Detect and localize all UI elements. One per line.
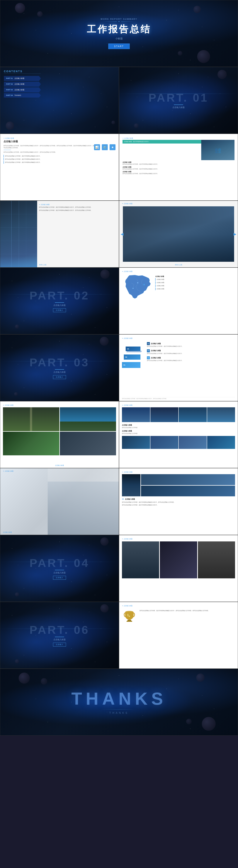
body-text-4a-2: 您可以在这里输入文字内容，该文字内容将会准确进入幻灯片，您可以在这里输入文字内容… <box>3 151 116 153</box>
content-item-1: PART 01 点击输入标题 <box>4 76 41 81</box>
arrow-left-5b[interactable]: ◀ <box>121 232 123 236</box>
green-bg <box>3 432 59 456</box>
item4-text: THANKS <box>14 94 21 96</box>
planet-2 <box>37 11 43 17</box>
text-body-10b-1: 您可以在这里输入文字内容 <box>122 427 235 429</box>
box-label-03: 03 点击输入标题 您可以在这里输入文字内容，该文字内容将会准确进入幻灯片。 <box>147 342 235 347</box>
part06-subtitle: 点击输入标题 <box>30 638 90 641</box>
part04-btn[interactable]: 点击输入 <box>53 576 66 580</box>
text-body-10b-2: 您可以在这里输入文字内容 <box>122 433 235 435</box>
part03-title: PART. 03 <box>30 357 90 368</box>
bottom-label-10a: 点击输入标题 <box>0 464 119 466</box>
box-desc-01: 您可以在这里输入文字内容，该文字内容将会准确进入幻灯片。 <box>147 360 235 362</box>
person-photo-bg <box>0 468 119 535</box>
box-desc-03: 您可以在这里输入文字内容，该文字内容将会准确进入幻灯片。 <box>147 345 235 347</box>
hline1 <box>0 214 37 214</box>
row-3: 点击输入标题 点击输入标题 📊 ⚙️ ★ 您可以在这里输入文字内容，该文字内容将… <box>0 134 238 200</box>
planet-3 <box>197 50 210 63</box>
part04-title: PART. 04 <box>30 557 90 569</box>
box-label-header-03: 03 点击输入标题 <box>147 342 235 345</box>
person-area <box>48 482 119 535</box>
dot-2 <box>137 282 138 283</box>
slide-10b-wind: 点击输入标题 点击输入标题 您可以在这里 <box>119 401 238 468</box>
svg-rect-3 <box>126 621 132 622</box>
orb-p2-2 <box>15 324 19 329</box>
part06-btn[interactable]: 点击输入 <box>53 643 66 647</box>
part03-btn[interactable]: 点击输入 <box>53 375 66 379</box>
contents-label: CONTENTS <box>4 70 41 74</box>
thanks-line <box>100 709 138 710</box>
box-03: 03 <box>126 346 141 352</box>
contents-area: CONTENTS PART 01 点击输入标题 PART 02 点击输入标题 P… <box>4 70 41 98</box>
box-label-header-01: 01 点击输入标题 <box>147 356 235 359</box>
start-button[interactable]: START <box>108 43 129 49</box>
part06-line <box>55 637 64 637</box>
wind-bg-2 <box>150 407 179 422</box>
orb-p3 <box>100 337 109 346</box>
map-item-3: 点击输入标题 <box>155 284 235 287</box>
planet-1 <box>15 3 25 13</box>
building-tall-bg <box>122 474 141 496</box>
item2-text: 点击输入标题 <box>14 83 24 85</box>
part06-title: PART. 06 <box>30 624 90 636</box>
photo-mixed <box>60 432 116 456</box>
click-11b: 点击输入标题 <box>122 471 235 473</box>
dot-3 <box>132 288 133 289</box>
part02-content: PART. 02 点击输入标题 点击输入 <box>30 290 90 312</box>
china-map-container <box>122 274 153 304</box>
ground-bg <box>60 422 116 431</box>
trophy-text-area: 您可以在这里输入文字内容，该文字内容将会准确进入幻灯片，您可以在这里输入文字内容… <box>140 609 235 612</box>
box-02: 02 <box>124 354 141 360</box>
slide-15-trophy: 点击输入标题 <box>119 602 238 669</box>
content-item-3: PART 03 点击输入标题 <box>4 87 41 92</box>
num-box-02: 02 <box>147 349 150 352</box>
map-content: 点击输入标题 点击输入标题 点击输入标题 点击输入标题 点击输入标题 <box>122 274 235 304</box>
part02-subtitle: 点击输入标题 <box>30 304 90 307</box>
slide-6-part02: PART. 02 点击输入标题 点击输入 <box>0 268 119 334</box>
item1-num: PART 01 <box>6 78 13 79</box>
slide5b-top: 点击输入标题 <box>122 203 235 205</box>
photo-wire <box>160 541 197 578</box>
part01-content: PART. 01 点击输入标题 <box>149 92 209 109</box>
slide-3-part01: PART. 01 点击输入标题 <box>119 67 238 134</box>
orb-p6-2 <box>15 659 19 663</box>
slide-13-photos: 点击输入标题 <box>119 535 238 602</box>
click-5b: 点击输入标题 <box>122 203 235 205</box>
part01-title: PART. 01 <box>149 92 209 103</box>
building-photo <box>0 201 37 267</box>
info-3: 您可以在这里输入文字内容，该文字内容将会准确进入幻灯片。 <box>3 161 116 164</box>
slide-14-part06: PART. 06 点击输入标题 点击输入 <box>0 602 119 669</box>
box-label-02: 02 点击输入标题 您可以在这里输入文字内容，该文字内容将会准确进入幻灯片。 <box>147 349 235 355</box>
bottom-text-5a: 未来人之选 <box>39 264 47 266</box>
arrow-right-5b[interactable]: ▶ <box>234 232 236 236</box>
box03-front: 03 <box>126 346 141 351</box>
bottom-note-9: 您可以在这里输入文字内容，该文字内容将会准确进入幻灯片，您可以在这里输入文字内容… <box>122 397 235 400</box>
icon-star: ★ <box>110 144 116 150</box>
wind-bg-4 <box>207 407 235 422</box>
photo-sky <box>60 407 116 431</box>
row-9: PART. 04 点击输入标题 点击输入 点击输入标题 <box>0 535 238 602</box>
planet-5 <box>194 6 201 13</box>
svg-text:★: ★ <box>128 615 130 618</box>
bottom-text-5b: 未来人之选 <box>119 264 238 266</box>
text-item-10b-1: 点击输入标题 您可以在这里输入文字内容 <box>122 424 235 429</box>
photo-green <box>3 432 59 456</box>
photo-glow <box>0 256 37 267</box>
wind-photo-5 <box>122 436 150 449</box>
thanks-subtitle: THANKS <box>71 711 167 714</box>
part02-btn[interactable]: 点击输入 <box>53 308 66 312</box>
map-labels: 点击输入标题 点击输入标题 点击输入标题 点击输入标题 点击输入标题 <box>155 274 235 304</box>
row-7: 点击输入标题 点击输入标题 <box>0 401 238 468</box>
info-2: 您可以在这里输入文字内容，该文字内容将会准确进入幻灯片。 <box>3 158 116 160</box>
info-items-4a: 您可以在这里输入文字内容，该文字内容将会准确进入幻灯片。 您可以在这里输入文字内… <box>3 155 116 164</box>
box01-label: 01 <box>123 364 125 366</box>
wind-bg-1 <box>122 407 150 422</box>
info-1: 您可以在这里输入文字内容，该文字内容将会准确进入幻灯片。 <box>3 155 116 157</box>
photo-road <box>3 407 59 431</box>
box03-label: 03 <box>127 348 129 350</box>
thanks-title: THANKS <box>71 690 167 708</box>
wind-bg-3 <box>179 407 207 422</box>
wind-photo-2 <box>150 407 179 422</box>
slide-7-map: 点击输入标题 <box>119 268 238 334</box>
box-desc-02: 您可以在这里输入文字内容，该文字内容将会准确进入幻灯片。 <box>147 353 235 355</box>
